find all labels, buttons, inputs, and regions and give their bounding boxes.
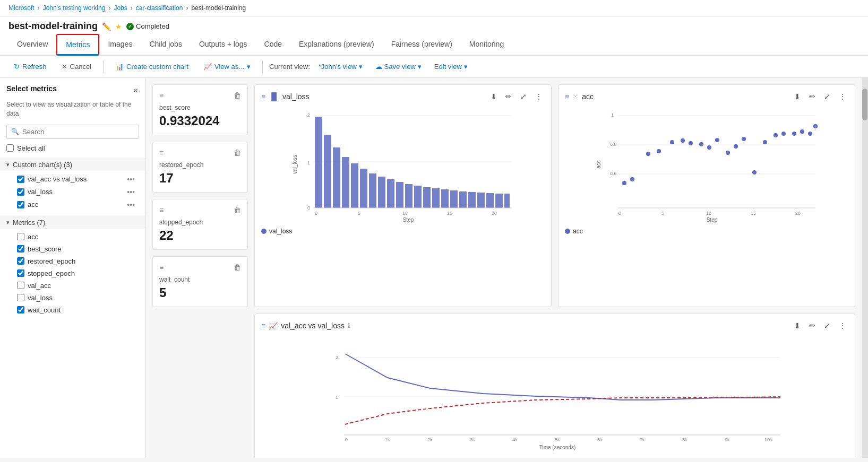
select-all-label[interactable]: Select all: [17, 144, 45, 152]
metric-checkbox-acc[interactable]: [17, 233, 24, 240]
svg-text:Time (seconds): Time (seconds): [539, 444, 576, 450]
custom-item-checkbox-2[interactable]: [17, 201, 24, 208]
chart-title: acc: [582, 92, 594, 101]
edit-icon[interactable]: ✏️: [102, 22, 111, 31]
edit-chart-icon[interactable]: ✏: [503, 91, 514, 102]
toolbar-divider: [103, 60, 104, 73]
chart-actions: ⬇ ✏ ⤢ ⋮: [792, 91, 848, 102]
cancel-button[interactable]: ✕ Cancel: [56, 60, 97, 73]
drag-icon[interactable]: ≡: [159, 206, 164, 214]
save-icon: ☁: [375, 63, 382, 71]
custom-item-more-0[interactable]: •••: [125, 175, 137, 184]
metric-label-stopped-epoch: stopped_epoch: [28, 269, 137, 277]
tab-overview[interactable]: Overview: [8, 34, 56, 55]
status-icon: [126, 23, 134, 30]
status-text: Completed: [136, 22, 169, 30]
list-item: wait_count: [6, 304, 139, 316]
chart-icon: 📊: [115, 63, 124, 71]
edit-view-dropdown[interactable]: Edit view ▾: [430, 60, 472, 73]
metric-checkbox-val-loss[interactable]: [17, 294, 24, 301]
view-as-button[interactable]: 📈 View as... ▾: [198, 60, 256, 73]
metric-card-name: restored_epoch: [159, 161, 241, 169]
tab-child-jobs[interactable]: Child jobs: [141, 34, 190, 55]
create-chart-button[interactable]: 📊 Create custom chart: [110, 60, 194, 73]
metric-label-acc: acc: [28, 233, 137, 241]
chart-actions: ⬇ ✏ ⤢ ⋮: [792, 320, 848, 331]
tab-monitoring[interactable]: Monitoring: [461, 34, 512, 55]
svg-point-56: [752, 170, 757, 175]
svg-point-60: [792, 132, 796, 136]
custom-item-more-2[interactable]: •••: [125, 201, 137, 209]
breadcrumb-microsoft[interactable]: Microsoft: [8, 4, 35, 12]
breadcrumb-workspace[interactable]: John's testing working: [43, 4, 106, 12]
drag-icon[interactable]: ≡: [159, 263, 164, 272]
save-view-dropdown[interactable]: ☁ Save view ▾: [371, 60, 426, 73]
drag-icon[interactable]: ≡: [159, 149, 164, 157]
tab-metrics[interactable]: Metrics: [56, 34, 99, 56]
custom-charts-section-header[interactable]: ▾ Custom chart(s) (3): [0, 158, 145, 171]
tab-code[interactable]: Code: [256, 34, 290, 55]
list-item: stopped_epoch: [6, 267, 139, 280]
custom-item-checkbox-1[interactable]: [17, 188, 24, 196]
svg-rect-7: [315, 117, 322, 208]
svg-text:2k: 2k: [427, 437, 433, 442]
tab-explanations[interactable]: Explanations (preview): [290, 34, 383, 55]
svg-point-53: [726, 151, 730, 155]
scrollbar-thumb[interactable]: [862, 89, 867, 120]
search-input[interactable]: [22, 128, 134, 136]
view-name-text: *John's view: [319, 63, 357, 71]
custom-item-more-1[interactable]: •••: [125, 188, 137, 196]
metric-card-stopped-epoch: ≡ 🗑 stopped_epoch 22: [152, 199, 248, 250]
more-options-icon[interactable]: ⋮: [837, 320, 848, 331]
expand-icon[interactable]: ⤢: [822, 91, 832, 102]
metric-checkbox-stopped-epoch[interactable]: [17, 269, 24, 277]
expand-icon[interactable]: ⤢: [822, 320, 832, 331]
metric-label-val-acc: val_acc: [28, 282, 137, 290]
select-all-checkbox[interactable]: [6, 144, 14, 152]
delete-icon[interactable]: 🗑: [234, 206, 241, 214]
legend-dot: [565, 229, 570, 234]
svg-rect-10: [342, 157, 349, 208]
download-icon[interactable]: ⬇: [488, 91, 499, 102]
line-chart-icon: 📈: [269, 321, 278, 330]
more-options-icon[interactable]: ⋮: [533, 91, 545, 102]
metric-checkbox-wait-count[interactable]: [17, 306, 24, 313]
breadcrumb-experiment[interactable]: car-classification: [136, 4, 183, 12]
metrics-section-header[interactable]: ▾ Metrics (7): [0, 215, 145, 229]
info-icon[interactable]: ℹ: [348, 322, 350, 329]
star-icon[interactable]: ★: [115, 22, 122, 31]
svg-text:1: 1: [336, 395, 338, 400]
metric-checkbox-best-score[interactable]: [17, 245, 24, 252]
svg-point-61: [800, 129, 804, 134]
page-title: best-model-training: [8, 21, 98, 32]
more-options-icon[interactable]: ⋮: [837, 91, 848, 102]
view-name-dropdown[interactable]: *John's view ▾: [314, 60, 367, 73]
breadcrumb-jobs[interactable]: Jobs: [114, 4, 127, 12]
metric-checkbox-val-acc[interactable]: [17, 282, 24, 289]
edit-chart-icon[interactable]: ✏: [807, 91, 818, 102]
expand-icon[interactable]: ⤢: [518, 91, 529, 102]
delete-icon[interactable]: 🗑: [234, 91, 241, 100]
tab-fairness[interactable]: Fairness (preview): [383, 34, 461, 55]
chart-drag-icon[interactable]: ≡: [261, 92, 265, 101]
chart-drag-icon[interactable]: ≡: [261, 321, 265, 330]
drag-icon[interactable]: ≡: [159, 91, 164, 100]
status-badge: Completed: [126, 22, 169, 30]
delete-icon[interactable]: 🗑: [234, 149, 241, 157]
download-icon[interactable]: ⬇: [792, 91, 803, 102]
scrollbar[interactable]: [862, 78, 868, 458]
svg-text:15: 15: [447, 211, 452, 216]
svg-rect-12: [360, 169, 367, 208]
refresh-button[interactable]: ↻ Refresh: [8, 60, 52, 73]
svg-text:Step: Step: [707, 217, 718, 223]
download-icon[interactable]: ⬇: [792, 320, 803, 331]
metric-card-wait-count: ≡ 🗑 wait_count 5: [152, 256, 248, 307]
edit-chart-icon[interactable]: ✏: [807, 320, 818, 331]
delete-icon[interactable]: 🗑: [234, 263, 241, 272]
chart-drag-icon[interactable]: ≡: [565, 92, 569, 101]
custom-item-checkbox-0[interactable]: [17, 176, 24, 183]
sidebar-collapse-button[interactable]: «: [132, 84, 139, 96]
tab-images[interactable]: Images: [99, 34, 141, 55]
metric-checkbox-restored-epoch[interactable]: [17, 257, 24, 265]
tab-outputs-logs[interactable]: Outputs + logs: [191, 34, 256, 55]
